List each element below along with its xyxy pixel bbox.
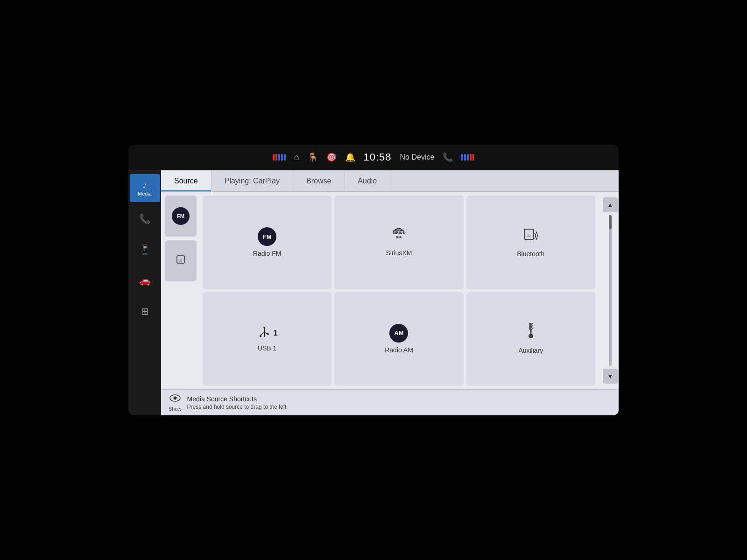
- phone-side2-icon: 📱: [139, 245, 151, 254]
- volume-right: [461, 154, 474, 161]
- active-bt-source[interactable]: ♫ ) ): [165, 240, 197, 281]
- source-area: FM ♫ ) ): [161, 192, 619, 389]
- source-grid-wrapper: FM Radio FM SIRIUS XM: [200, 196, 619, 385]
- source-tile-radio-am[interactable]: AM Radio AM: [334, 292, 463, 386]
- source-tile-radio-fm[interactable]: FM Radio FM: [203, 196, 331, 289]
- bluetooth-music-icon: ♫: [522, 227, 539, 244]
- usb1-label: USB 1: [258, 344, 276, 352]
- aux-plug-icon: [525, 323, 536, 340]
- tab-source[interactable]: Source: [161, 170, 211, 191]
- auxiliary-icon: [525, 323, 536, 343]
- shortcuts-bar: Show Media Source Shortcuts Press and ho…: [161, 389, 619, 415]
- source-tile-auxiliary[interactable]: Auxiliary: [466, 292, 595, 386]
- svg-rect-11: [260, 335, 261, 337]
- device-label: No Device: [400, 153, 435, 161]
- bell-icon[interactable]: 🔔: [345, 152, 355, 162]
- scroll-controls: ▲ ▼: [602, 196, 619, 385]
- fm-badge: FM: [172, 207, 190, 225]
- siriusxm-logo-icon: SIRIUS XM: [388, 228, 410, 243]
- sidebar-label-media: Media: [138, 191, 152, 196]
- status-bar: ⌂ 🪑 🎯 🔔 10:58 No Device 📞: [128, 145, 619, 170]
- shortcuts-text: Media Source Shortcuts Press and hold so…: [187, 395, 287, 410]
- car-icon: 🚗: [139, 276, 151, 285]
- scroll-thumb: [609, 215, 612, 229]
- svg-point-12: [267, 333, 269, 335]
- grid-icon: ⊞: [141, 307, 149, 316]
- usb-symbol-icon: [257, 326, 272, 341]
- volume-left: [273, 154, 286, 161]
- source-grid: FM Radio FM SIRIUS XM: [200, 196, 598, 385]
- svg-text:): ): [184, 255, 185, 258]
- sidebar-item-vehicle[interactable]: 🚗: [130, 266, 160, 294]
- svg-point-20: [173, 397, 176, 400]
- phone-side-icon: 📞: [139, 214, 151, 224]
- main-layout: ♪ Media 📞 📱 🚗 ⊞ Source: [128, 170, 619, 415]
- sidebar-item-media[interactable]: ♪ Media: [130, 174, 160, 202]
- sidebar-item-grid[interactable]: ⊞: [130, 297, 160, 325]
- eye-icon: [169, 393, 181, 404]
- svg-line-9: [261, 332, 264, 335]
- siriusxm-icon: SIRIUS XM: [388, 228, 410, 245]
- radio-fm-label: Radio FM: [253, 250, 282, 257]
- active-fm-source[interactable]: FM: [165, 196, 197, 237]
- svg-text:♫: ♫: [527, 232, 531, 238]
- active-source-panel: FM ♫ ) ): [165, 196, 200, 385]
- source-tile-siriusxm[interactable]: SIRIUS XM SiriusXM: [334, 196, 463, 289]
- steering-icon: 🎯: [326, 152, 337, 162]
- source-tile-usb1[interactable]: 1 USB 1: [203, 292, 331, 386]
- svg-point-16: [529, 334, 533, 338]
- sidebar-item-apps[interactable]: 📱: [130, 236, 160, 264]
- tab-audio[interactable]: Audio: [345, 170, 390, 191]
- am-circle-icon: AM: [389, 324, 408, 343]
- show-label: Show: [169, 406, 182, 412]
- music-icon: ♪: [142, 180, 147, 189]
- tab-bar: Source Playing: CarPlay Browse Audio: [161, 170, 619, 192]
- sidebar: ♪ Media 📞 📱 🚗 ⊞: [128, 170, 161, 415]
- radio-am-label: Radio AM: [385, 346, 413, 354]
- scroll-down-button[interactable]: ▼: [603, 369, 618, 384]
- scroll-track: [609, 215, 612, 366]
- svg-text:SIRIUS: SIRIUS: [393, 231, 405, 235]
- usb-icon: 1: [257, 326, 278, 341]
- shortcuts-title: Media Source Shortcuts: [187, 395, 287, 403]
- eye-svg-icon: [169, 394, 181, 402]
- fm-circle-icon: FM: [258, 227, 276, 246]
- tab-playing[interactable]: Playing: CarPlay: [211, 170, 293, 191]
- tab-browse[interactable]: Browse: [293, 170, 345, 191]
- sidebar-item-phone[interactable]: 📞: [130, 205, 160, 233]
- screen-bezel: ⌂ 🪑 🎯 🔔 10:58 No Device 📞 ♪ Media 📞 📱: [128, 145, 619, 415]
- clock: 10:58: [364, 151, 392, 163]
- auxiliary-label: Auxiliary: [518, 347, 543, 354]
- svg-text:XM: XM: [396, 235, 402, 239]
- phone-icon[interactable]: 📞: [443, 152, 453, 162]
- scroll-up-button[interactable]: ▲: [603, 197, 618, 212]
- bluetooth-label: Bluetooth: [517, 250, 544, 258]
- svg-text:♫: ♫: [179, 258, 183, 263]
- siriusxm-label: SiriusXM: [386, 249, 412, 257]
- source-tile-bluetooth[interactable]: ♫ Bluetooth: [466, 196, 595, 289]
- seat-icon: 🪑: [308, 152, 318, 162]
- bluetooth-icon: ♫: [522, 227, 539, 246]
- bt-music-icon: ♫ ) ): [173, 252, 188, 267]
- content-area: Source Playing: CarPlay Browse Audio FM: [161, 170, 619, 415]
- home-icon[interactable]: ⌂: [294, 153, 299, 162]
- shortcuts-subtitle: Press and hold source to drag to the lef…: [187, 404, 287, 410]
